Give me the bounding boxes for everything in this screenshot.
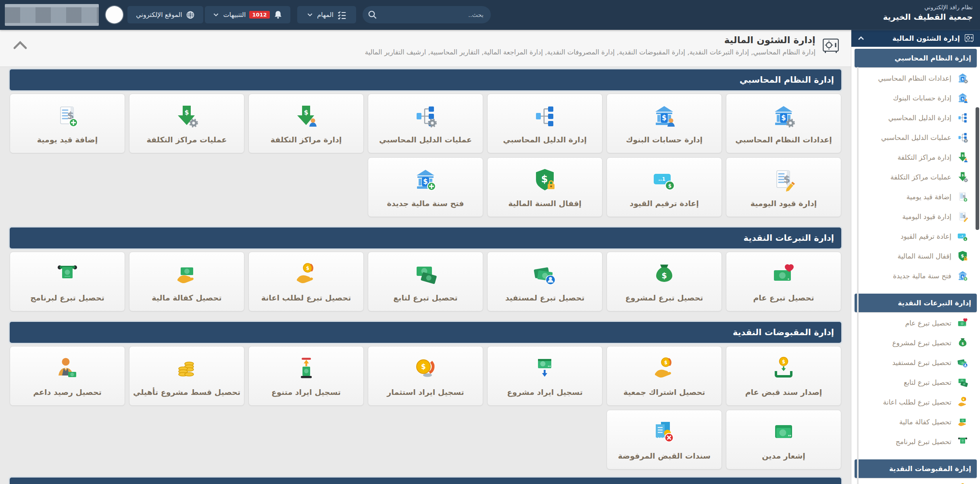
svg-text:$: $ xyxy=(784,174,790,185)
menu-card-label: إدارة قيود اليومية xyxy=(751,199,817,208)
vertical-scrollbar[interactable] xyxy=(976,107,979,230)
menu-card[interactable]: إدارة الدليل المحاسبي xyxy=(487,94,603,153)
sidebar-item[interactable]: إدارة الدليل المحاسبي xyxy=(851,108,980,127)
sidebar-item[interactable]: $ xyxy=(851,479,980,484)
avatar[interactable] xyxy=(106,6,123,23)
svg-text:$: $ xyxy=(664,360,667,365)
collapse-header-button[interactable] xyxy=(12,39,28,52)
bank-plus-icon: $ xyxy=(413,167,438,193)
svg-text:$: $ xyxy=(961,253,964,258)
sidebar-item[interactable]: $إعدادات النظام المحاسبي xyxy=(851,68,980,88)
sidebar-item-label: عمليات الدليل المحاسبي xyxy=(881,134,951,142)
menu-card[interactable]: 1..$إعادة ترقيم القيود xyxy=(607,157,722,217)
card-grid: تحصيل تبرع عام$تحصيل تبرع لمشروعتحصيل تب… xyxy=(10,252,841,311)
tree-gear-icon xyxy=(413,103,438,129)
arrow-dollar-gear-icon: $ xyxy=(174,103,200,129)
sidebar-group-header[interactable]: إدارة النظام المحاسبي xyxy=(855,49,977,67)
svg-text:$: $ xyxy=(662,114,667,122)
sidebar-item[interactable]: $إدارة قيود اليومية xyxy=(851,207,980,226)
svg-text:$: $ xyxy=(961,173,963,177)
svg-text:$: $ xyxy=(421,363,426,371)
menu-card[interactable]: تحصيل قسط مشروع تأهيلي xyxy=(129,346,244,406)
note-up-arrow-icon xyxy=(293,356,319,382)
sidebar-item[interactable]: تحصيل تبرع لبرنامج xyxy=(851,432,980,451)
menu-card[interactable]: $إدارة مراكز التكلفة xyxy=(248,94,364,153)
receipt-x-icon xyxy=(651,419,677,445)
menu-card[interactable]: إشعار مدين xyxy=(726,410,841,469)
globe-icon xyxy=(186,10,195,19)
svg-text:$: $ xyxy=(423,177,428,186)
svg-text:$: $ xyxy=(541,173,548,185)
menu-card[interactable]: تحصيل تبرع عام xyxy=(726,252,841,311)
svg-text:$: $ xyxy=(961,275,964,278)
website-button[interactable]: الموقع الإلكتروني xyxy=(127,6,203,23)
sidebar-item[interactable]: تحصيل تبرع لتابع xyxy=(851,372,980,392)
menu-card-label: إعادة ترقيم القيود xyxy=(630,199,699,208)
menu-card[interactable]: تحصيل تبرع لمستفيد xyxy=(487,252,603,311)
menu-card[interactable]: $تحصيل اشتراك جمعية xyxy=(607,346,722,406)
bank-gear-icon: $ xyxy=(957,72,969,84)
coins-stack-icon xyxy=(174,356,200,382)
sidebar-item[interactable]: 1..$إعادة ترقيم القيود xyxy=(851,226,980,246)
menu-card[interactable]: $إعدادات النظام المحاسبي xyxy=(726,94,841,153)
menu-card[interactable]: تحصيل رصيد داعم xyxy=(10,346,125,406)
chevron-up-icon[interactable] xyxy=(857,34,865,42)
menu-card-label: إضافة قيد يومية xyxy=(37,135,98,144)
menu-card[interactable]: عمليات الدليل المحاسبي xyxy=(368,94,483,153)
notifications-button[interactable]: 1012 التنبيهات xyxy=(205,6,290,23)
search-input[interactable] xyxy=(363,6,491,23)
menu-card[interactable]: $إدارة حسابات البنوك xyxy=(607,94,722,153)
menu-card[interactable]: تحصيل كفالة مالية xyxy=(129,252,244,311)
menu-card[interactable]: $تحصيل تبرع لمشروع xyxy=(607,252,722,311)
menu-card[interactable]: $إقفال السنة المالية xyxy=(487,157,603,217)
svg-text:$: $ xyxy=(961,97,964,100)
menu-card[interactable]: سندات القبض المرفوضة xyxy=(607,410,722,469)
menu-card[interactable]: $إدارة قيود اليومية xyxy=(726,157,841,217)
svg-text:$: $ xyxy=(306,265,309,271)
menu-card[interactable]: تسجيل ايراد مشروع xyxy=(487,346,603,406)
menu-card-label: عمليات الدليل المحاسبي xyxy=(379,135,472,144)
sidebar-item[interactable]: $تحصيل تبرع لمشروع xyxy=(851,333,980,353)
menu-card[interactable]: $تسجيل ايراد استثمار xyxy=(368,346,483,406)
sidebar-item[interactable]: $إقفال السنة المالية xyxy=(851,246,980,266)
sidebar-group-header[interactable]: إدارة التبرعات النقدية xyxy=(855,294,977,312)
menu-card-label: عمليات مراكز التكلفة xyxy=(146,135,227,144)
sidebar-item[interactable]: عمليات الدليل المحاسبي xyxy=(851,127,980,147)
menu-card[interactable]: $إضافة قيد يومية xyxy=(10,94,125,153)
sidebar-group-header[interactable]: إدارة المقبوضات النقدية xyxy=(855,459,977,478)
shield-lock-icon: $ xyxy=(532,167,558,193)
hand-coin-icon: $ xyxy=(957,396,969,408)
tasks-button[interactable]: المهام xyxy=(297,6,356,23)
hand-coin-icon: $ xyxy=(293,261,319,287)
sidebar: إدارة الشئون المالية إدارة النظام المحاس… xyxy=(851,30,980,484)
sidebar-item[interactable]: $إدارة حسابات البنوك xyxy=(851,88,980,108)
svg-text:$: $ xyxy=(961,341,964,345)
sidebar-item[interactable]: $تحصيل تبرع لطلب اعانة xyxy=(851,392,980,412)
sidebar-header[interactable]: إدارة الشئون المالية xyxy=(851,30,980,47)
menu-card[interactable]: تحصيل تبرع لبرنامج xyxy=(10,252,125,311)
bank-user-icon: $ xyxy=(651,103,677,129)
menu-card[interactable]: تسجيل ايراد متنوع xyxy=(248,346,364,406)
notifications-badge: 1012 xyxy=(249,11,269,19)
sidebar-item[interactable]: تحصيل كفالة مالية xyxy=(851,412,980,432)
sidebar-item-label: إدارة حسابات البنوك xyxy=(893,94,951,102)
svg-text:1..: 1.. xyxy=(960,234,963,237)
brand-org-name: جمعية القطيف الخيرية xyxy=(883,12,973,22)
menu-card-label: إدارة مراكز التكلفة xyxy=(271,135,342,144)
sidebar-item[interactable]: تحصيل تبرع عام xyxy=(851,313,980,333)
menu-card[interactable]: $تحصيل تبرع لطلب اعانة xyxy=(248,252,364,311)
sidebar-item[interactable]: $إضافة قيد يومية xyxy=(851,187,980,207)
menu-card-label: إدارة حسابات البنوك xyxy=(626,135,703,144)
website-label: الموقع الإلكتروني xyxy=(136,11,182,19)
menu-card[interactable]: تحصيل تبرع لتابع xyxy=(368,252,483,311)
menu-card-label: إشعار مدين xyxy=(762,451,805,460)
card-grid: $إعدادات النظام المحاسبي$إدارة حسابات ال… xyxy=(10,94,841,217)
menu-card[interactable]: $فتح سنة مالية جديدة xyxy=(368,157,483,217)
sidebar-item[interactable]: $عمليات مراكز التكلفة xyxy=(851,167,980,187)
sidebar-item[interactable]: $إدارة مراكز التكلفة xyxy=(851,147,980,167)
sidebar-item[interactable]: $فتح سنة مالية جديدة xyxy=(851,266,980,286)
sidebar-item[interactable]: تحصيل تبرع لمستفيد xyxy=(851,353,980,372)
menu-card[interactable]: $إصدار سند قبض عام xyxy=(726,346,841,406)
menu-card[interactable]: $عمليات مراكز التكلفة xyxy=(129,94,244,153)
card-grid: $إصدار سند قبض عام$تحصيل اشتراك جمعيةتسج… xyxy=(10,346,841,469)
